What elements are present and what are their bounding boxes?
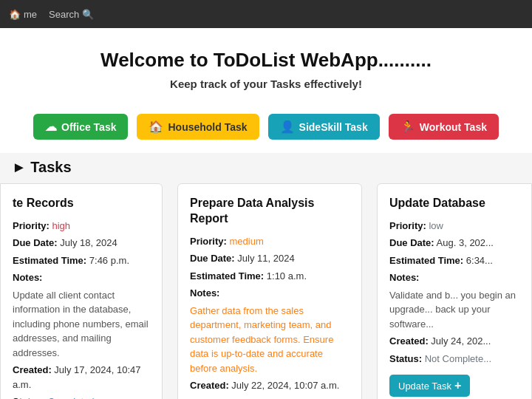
card-3-est-time: Estimated Time: 6:34... [389,253,519,268]
card-1-created: Created: July 17, 2024, 10:47 a.m. [13,363,150,392]
card-2-status: Status: Not Completed [190,396,349,399]
card-2-est-time: Estimated Time: 1:10 a.m. [190,269,349,284]
household-icon: 🏠 [149,120,163,134]
card-1-notes: Update all client contact information in… [13,288,150,361]
nav-home-label: me [24,9,37,20]
card-2-due-date: Due Date: July 11, 2024 [190,251,349,266]
update-plus-icon-3: + [454,379,461,392]
hero-subtitle: Keep track of your Tasks effectively! [15,78,517,90]
card-2-notes: Gather data from the sales department, m… [190,304,349,376]
office-icon: ☁ [45,120,57,134]
sideskill-icon: 👤 [280,120,295,134]
card-1-notes-label: Notes: [13,270,150,285]
tasks-section-heading: ► Tasks [0,153,532,183]
card-1-est-time: Estimated Time: 7:46 p.m. [13,253,150,268]
workout-task-label: Workout Task [420,121,487,133]
card-2-created: Created: July 22, 2024, 10:07 a.m. [190,378,349,393]
cards-row: te Records Priority: high Due Date: July… [0,183,532,399]
card-3-notes-label: Notes: [389,270,519,285]
card-3-due-date: Due Date: Aug. 3, 202... [389,236,519,250]
card-2-notes-label: Notes: [190,286,349,301]
home-icon: 🏠 [9,9,21,20]
category-bar: ☁ Office Task 🏠 Household Task 👤 SideSki… [0,105,532,153]
card-3-notes: Validate and b... you begin an upgrade..… [389,288,519,332]
nav-search[interactable]: Search 🔍 [49,9,94,20]
household-task-button[interactable]: 🏠 Household Task [137,114,259,140]
card-3-created: Created: July 24, 202... [389,334,519,349]
navbar: 🏠 me Search 🔍 [0,0,532,28]
card-3-title: Update Database [389,196,519,211]
card-1-priority: Priority: high [13,219,150,233]
card-2-title: Prepare Data Analysis Report [190,196,349,227]
sideskill-task-label: SideSkill Task [299,121,368,133]
task-card-2: Prepare Data Analysis Report Priority: m… [177,183,362,399]
card-1-title: te Records [13,196,150,211]
hero-title: Welcome to ToDoList WebApp.......... [15,49,517,72]
office-task-button[interactable]: ☁ Office Task [33,114,128,140]
card-1-status: Status: Completed [13,395,150,399]
household-task-label: Household Task [168,121,247,133]
task-card-1: te Records Priority: high Due Date: July… [0,183,163,399]
workout-task-button[interactable]: 🏃 Workout Task [389,114,499,140]
workout-icon: 🏃 [400,120,415,134]
search-icon: 🔍 [82,9,94,20]
nav-search-label: Search [49,9,79,20]
nav-home[interactable]: 🏠 me [9,9,37,20]
card-3-update-button[interactable]: Update Task + [389,375,470,397]
sideskill-task-button[interactable]: 👤 SideSkill Task [268,114,380,140]
card-3-priority: Priority: low [389,219,519,233]
card-2-priority: Priority: medium [190,234,349,249]
hero-section: Welcome to ToDoList WebApp.......... Kee… [0,28,532,105]
card-3-actions: Update Task + [389,375,519,397]
office-task-label: Office Task [61,121,116,133]
task-card-3: Update Database Priority: low Due Date: … [377,183,532,399]
tasks-heading-label: ► Tasks [12,159,72,175]
card-1-due-date: Due Date: July 18, 2024 [13,236,150,250]
card-3-status: Status: Not Complete... [389,352,519,366]
